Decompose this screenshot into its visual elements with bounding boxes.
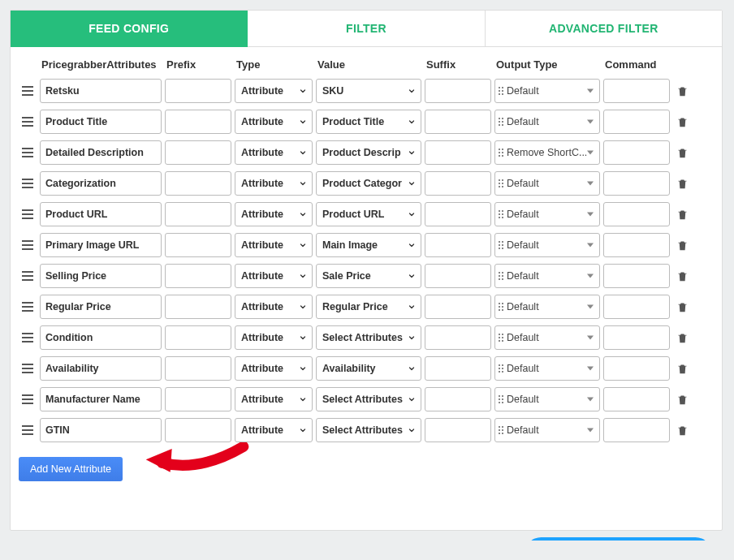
type-select[interactable]: Attribute bbox=[235, 387, 313, 411]
attribute-name-input[interactable] bbox=[40, 387, 162, 411]
drag-handle-icon[interactable] bbox=[19, 174, 37, 192]
prefix-input[interactable] bbox=[165, 325, 231, 350]
command-input[interactable] bbox=[603, 202, 670, 226]
drag-handle-icon[interactable] bbox=[19, 113, 37, 131]
attribute-name-input[interactable] bbox=[40, 264, 162, 288]
suffix-input[interactable] bbox=[425, 387, 491, 411]
type-select[interactable]: Attribute bbox=[235, 79, 313, 103]
update-generate-feed-button[interactable]: Update and Generate Feed bbox=[525, 537, 712, 541]
suffix-input[interactable] bbox=[425, 140, 491, 165]
command-input[interactable] bbox=[603, 356, 670, 381]
suffix-input[interactable] bbox=[425, 202, 491, 226]
command-input[interactable] bbox=[603, 295, 670, 319]
attribute-name-input[interactable] bbox=[40, 202, 162, 226]
tab-feed-config[interactable]: FEED CONFIG bbox=[11, 11, 248, 47]
delete-row-button[interactable] bbox=[673, 113, 691, 131]
delete-row-button[interactable] bbox=[673, 267, 691, 285]
output-type-select[interactable]: Default bbox=[494, 171, 600, 196]
prefix-input[interactable] bbox=[165, 110, 231, 134]
attribute-name-input[interactable] bbox=[40, 110, 162, 134]
delete-row-button[interactable] bbox=[673, 360, 691, 377]
output-type-select[interactable]: Default bbox=[494, 418, 600, 442]
delete-row-button[interactable] bbox=[673, 236, 691, 254]
command-input[interactable] bbox=[603, 79, 670, 103]
command-input[interactable] bbox=[603, 171, 670, 196]
output-type-select[interactable]: Default bbox=[494, 387, 600, 411]
prefix-input[interactable] bbox=[165, 140, 231, 165]
value-select[interactable]: Regular Price bbox=[316, 295, 421, 319]
value-select[interactable]: Product Descrip bbox=[316, 140, 421, 165]
tab-filter[interactable]: FILTER bbox=[248, 11, 485, 47]
prefix-input[interactable] bbox=[165, 264, 231, 288]
drag-handle-icon[interactable] bbox=[19, 360, 37, 377]
attribute-name-input[interactable] bbox=[40, 171, 162, 196]
value-select[interactable]: Select Attributes bbox=[316, 387, 421, 411]
output-type-select[interactable]: Default bbox=[494, 79, 600, 103]
delete-row-button[interactable] bbox=[673, 390, 691, 408]
prefix-input[interactable] bbox=[165, 387, 231, 411]
type-select[interactable]: Attribute bbox=[235, 140, 313, 165]
prefix-input[interactable] bbox=[165, 356, 231, 381]
prefix-input[interactable] bbox=[165, 202, 231, 226]
delete-row-button[interactable] bbox=[673, 329, 691, 347]
output-type-select[interactable]: Default bbox=[494, 325, 600, 350]
drag-handle-icon[interactable] bbox=[19, 236, 37, 254]
attribute-name-input[interactable] bbox=[40, 295, 162, 319]
value-select[interactable]: Sale Price bbox=[316, 264, 421, 288]
suffix-input[interactable] bbox=[425, 79, 491, 103]
suffix-input[interactable] bbox=[425, 325, 491, 350]
value-select[interactable]: SKU bbox=[316, 79, 421, 103]
drag-handle-icon[interactable] bbox=[19, 390, 37, 408]
value-select[interactable]: Product URL bbox=[316, 202, 421, 226]
value-select[interactable]: Main Image bbox=[316, 233, 421, 257]
type-select[interactable]: Attribute bbox=[235, 233, 313, 257]
type-select[interactable]: Attribute bbox=[235, 325, 313, 350]
add-new-attribute-button[interactable]: Add New Attribute bbox=[19, 457, 123, 481]
output-type-select[interactable]: Remove ShortC... bbox=[494, 140, 600, 165]
type-select[interactable]: Attribute bbox=[235, 202, 313, 226]
attribute-name-input[interactable] bbox=[40, 356, 162, 381]
output-type-select[interactable]: Default bbox=[494, 233, 600, 257]
attribute-name-input[interactable] bbox=[40, 325, 162, 350]
value-select[interactable]: Select Attributes bbox=[316, 325, 421, 350]
suffix-input[interactable] bbox=[425, 233, 491, 257]
tab-advanced-filter[interactable]: ADVANCED FILTER bbox=[486, 11, 722, 47]
value-select[interactable]: Product Title bbox=[316, 110, 421, 134]
prefix-input[interactable] bbox=[165, 171, 231, 196]
output-type-select[interactable]: Default bbox=[494, 356, 600, 381]
suffix-input[interactable] bbox=[425, 356, 491, 381]
type-select[interactable]: Attribute bbox=[235, 295, 313, 319]
attribute-name-input[interactable] bbox=[40, 79, 162, 103]
command-input[interactable] bbox=[603, 110, 670, 134]
command-input[interactable] bbox=[603, 387, 670, 411]
type-select[interactable]: Attribute bbox=[235, 171, 313, 196]
type-select[interactable]: Attribute bbox=[235, 418, 313, 442]
output-type-select[interactable]: Default bbox=[494, 295, 600, 319]
value-select[interactable]: Product Categor bbox=[316, 171, 421, 196]
command-input[interactable] bbox=[603, 418, 670, 442]
prefix-input[interactable] bbox=[165, 79, 231, 103]
suffix-input[interactable] bbox=[425, 295, 491, 319]
prefix-input[interactable] bbox=[165, 418, 231, 442]
type-select[interactable]: Attribute bbox=[235, 264, 313, 288]
delete-row-button[interactable] bbox=[673, 82, 691, 100]
prefix-input[interactable] bbox=[165, 233, 231, 257]
output-type-select[interactable]: Default bbox=[494, 264, 600, 288]
type-select[interactable]: Attribute bbox=[235, 110, 313, 134]
attribute-name-input[interactable] bbox=[40, 140, 162, 165]
delete-row-button[interactable] bbox=[673, 205, 691, 223]
command-input[interactable] bbox=[603, 140, 670, 165]
value-select[interactable]: Availability bbox=[316, 356, 421, 381]
drag-handle-icon[interactable] bbox=[19, 329, 37, 347]
output-type-select[interactable]: Default bbox=[494, 110, 600, 134]
command-input[interactable] bbox=[603, 233, 670, 257]
prefix-input[interactable] bbox=[165, 295, 231, 319]
drag-handle-icon[interactable] bbox=[19, 267, 37, 285]
attribute-name-input[interactable] bbox=[40, 233, 162, 257]
suffix-input[interactable] bbox=[425, 418, 491, 442]
command-input[interactable] bbox=[603, 325, 670, 350]
delete-row-button[interactable] bbox=[673, 144, 691, 162]
delete-row-button[interactable] bbox=[673, 298, 691, 316]
drag-handle-icon[interactable] bbox=[19, 205, 37, 223]
value-select[interactable]: Select Attributes bbox=[316, 418, 421, 442]
